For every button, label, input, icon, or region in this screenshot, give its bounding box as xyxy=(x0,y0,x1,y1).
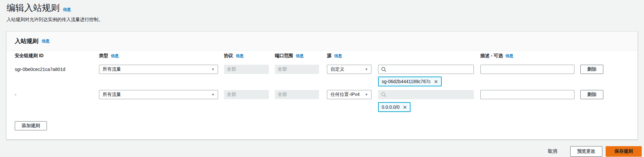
delete-rule-button[interactable]: 删除 xyxy=(580,65,603,74)
type-select-value: 所有流量 xyxy=(103,66,121,72)
port-range-field: 全部 xyxy=(275,65,319,74)
port-range-field-value: 全部 xyxy=(278,92,287,98)
column-header-source: 源 信息 xyxy=(327,53,372,59)
type-select[interactable]: 所有流量 ▼ xyxy=(99,65,218,74)
add-rule-button[interactable]: 添加规则 xyxy=(15,121,47,130)
chevron-down-icon: ▼ xyxy=(365,93,368,96)
chevron-down-icon: ▼ xyxy=(211,68,214,71)
column-header-type: 类型 信息 xyxy=(99,53,218,59)
source-type-select[interactable]: 自定义 ▼ xyxy=(327,65,372,74)
source-search-input-disabled xyxy=(378,90,474,99)
rule-row: sgr-0be0cec21ca7a801d 所有流量 ▼ 全部 全部 自定义 ▼ xyxy=(15,65,629,74)
rule-id-text: sgr-0be0cec21ca7a801d xyxy=(15,67,99,72)
save-rules-button[interactable]: 保存规则 xyxy=(606,146,642,157)
source-chip-label: sg-06d2b4441189c767c xyxy=(382,79,431,84)
protocol-info-link[interactable]: 信息 xyxy=(236,53,244,59)
column-header-protocol: 协议 信息 xyxy=(224,53,269,59)
column-header-id: 安全组规则 ID xyxy=(15,53,99,59)
panel-info-link[interactable]: 信息 xyxy=(42,38,50,44)
column-header-row: 安全组规则 ID 类型 信息 协议 信息 端口范围 信息 源 信息 描述 - 可… xyxy=(15,53,629,59)
column-header-port-range-label: 端口范围 xyxy=(275,53,293,59)
preview-changes-button[interactable]: 预览更改 xyxy=(570,146,602,157)
search-icon xyxy=(381,92,386,97)
add-rule-row: 添加规则 xyxy=(15,121,629,130)
panel-title: 入站规则 xyxy=(15,37,38,45)
column-header-protocol-label: 协议 xyxy=(224,53,233,59)
source-chip-row: sg-06d2b4441189c767c ✕ xyxy=(15,77,629,86)
column-header-port-range: 端口范围 信息 xyxy=(275,53,319,59)
chevron-down-icon: ▼ xyxy=(365,68,368,71)
column-header-description: 描述 - 可选 信息 xyxy=(480,53,574,59)
protocol-field: 全部 xyxy=(224,90,269,99)
column-header-type-label: 类型 xyxy=(99,53,108,59)
panel-body: 安全组规则 ID 类型 信息 协议 信息 端口范围 信息 源 信息 描述 - 可… xyxy=(7,51,637,130)
remove-chip-icon[interactable]: ✕ xyxy=(434,79,438,84)
page-title: 编辑入站规则 xyxy=(7,2,60,14)
footer-actions: 取消 预览更改 保存规则 xyxy=(543,146,642,157)
source-type-select[interactable]: 任何位置-IPv4 ▼ xyxy=(327,90,372,99)
source-type-select-value: 自定义 xyxy=(331,66,344,72)
source-chip: 0.0.0.0/0 ✕ xyxy=(378,102,411,112)
column-header-description-label: 描述 - 可选 xyxy=(480,53,503,59)
delete-rule-button[interactable]: 删除 xyxy=(580,90,603,99)
inbound-rules-panel: 入站规则 信息 安全组规则 ID 类型 信息 协议 信息 端口范围 信息 源 信… xyxy=(6,31,638,140)
page-title-info-link[interactable]: 信息 xyxy=(63,7,71,12)
protocol-field: 全部 xyxy=(224,65,269,74)
source-chip-label: 0.0.0.0/0 xyxy=(382,104,400,110)
port-range-field: 全部 xyxy=(275,90,319,99)
port-range-info-link[interactable]: 信息 xyxy=(296,53,304,59)
column-header-source-label: 源 xyxy=(327,53,332,59)
description-cell xyxy=(480,65,574,74)
description-input[interactable] xyxy=(480,65,574,74)
cancel-button[interactable]: 取消 xyxy=(543,146,562,157)
description-cell xyxy=(480,90,574,99)
page-header: 编辑入站规则 信息 入站规则对允许到达实例的传入流量进行控制。 xyxy=(7,2,103,23)
description-info-link[interactable]: 信息 xyxy=(505,53,513,59)
page-subtitle: 入站规则对允许到达实例的传入流量进行控制。 xyxy=(7,17,103,23)
description-input[interactable] xyxy=(480,90,574,99)
source-chip: sg-06d2b4441189c767c ✕ xyxy=(378,77,442,86)
source-info-link[interactable]: 信息 xyxy=(334,53,342,59)
protocol-field-value: 全部 xyxy=(227,66,236,72)
remove-chip-icon[interactable]: ✕ xyxy=(403,105,407,110)
rule-row: - 所有流量 ▼ 全部 全部 任何位置-IPv4 ▼ xyxy=(15,90,629,99)
search-icon xyxy=(381,67,386,72)
panel-header: 入站规则 信息 xyxy=(7,32,637,51)
protocol-field-value: 全部 xyxy=(227,92,236,98)
rule-id-text: - xyxy=(15,92,99,97)
chevron-down-icon: ▼ xyxy=(211,93,214,96)
type-info-link[interactable]: 信息 xyxy=(111,53,119,59)
source-search-input[interactable] xyxy=(378,65,474,74)
source-type-select-value: 任何位置-IPv4 xyxy=(331,92,360,98)
source-chip-row: 0.0.0.0/0 ✕ xyxy=(15,102,629,112)
type-select-value: 所有流量 xyxy=(103,92,121,98)
column-header-id-label: 安全组规则 ID xyxy=(15,53,44,59)
type-select[interactable]: 所有流量 ▼ xyxy=(99,90,218,99)
port-range-field-value: 全部 xyxy=(278,66,287,72)
